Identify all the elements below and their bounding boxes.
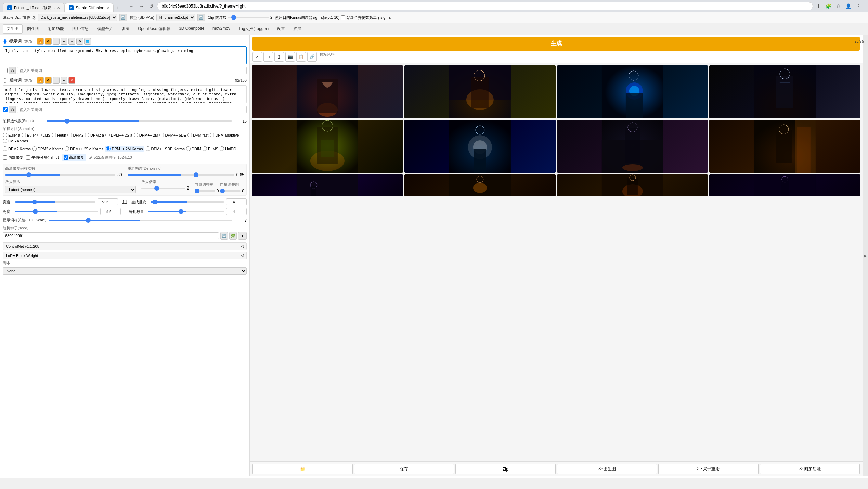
sampler-dpmpp5de[interactable]: DPM++ 5DE (159, 133, 186, 137)
tab-settings[interactable]: 设置 (273, 24, 289, 34)
sampler-euler[interactable]: Euler (22, 133, 36, 137)
vae-select[interactable]: kl-f8-anime2.ckpt (156, 14, 195, 21)
seed-extra-btn[interactable]: ▼ (238, 232, 247, 240)
image-cell-9[interactable] (252, 174, 403, 196)
action-link[interactable]: 🔗 (307, 52, 317, 62)
link-icon[interactable]: 11 (121, 198, 129, 205)
batch-size-slider[interactable] (148, 211, 224, 212)
side-handle[interactable]: ▶ (863, 35, 868, 476)
positive-tool-1[interactable]: ↑ (53, 38, 60, 45)
tab-extras[interactable]: 附加功能 (44, 24, 68, 34)
sampler-dpm2akarras[interactable]: DPM2 a Karras (32, 146, 63, 152)
generate-button[interactable]: 生成 (252, 37, 860, 51)
positive-tool-4[interactable]: ⚙ (76, 38, 83, 45)
hires-steps-slider[interactable] (5, 174, 115, 176)
image-cell-1[interactable] (252, 65, 403, 118)
restore-faces-checkbox[interactable] (3, 155, 7, 160)
tab-close-2[interactable]: ✕ (106, 6, 109, 10)
lora-row[interactable]: LoRA Block Weight ◁ (3, 252, 247, 259)
bookmark-btn[interactable]: ☆ (834, 3, 842, 10)
tiling-checkbox[interactable] (26, 155, 30, 160)
keyword-icon-positive[interactable]: ⬡ (9, 67, 16, 74)
positive-tool-3[interactable]: ★ (68, 38, 75, 45)
vae-refresh-btn[interactable]: 🔄 (197, 14, 205, 21)
sampler-dpm2a[interactable]: DPM2 a (85, 133, 104, 137)
tab-merge[interactable]: 模型合并 (93, 24, 117, 34)
image-cell-12[interactable] (709, 174, 860, 196)
positive-tool-orange1[interactable]: 🔥 (37, 38, 44, 45)
upscaler-select[interactable]: Latent (nearest) (5, 186, 136, 193)
image-cell-2[interactable] (404, 65, 556, 118)
forward-btn[interactable]: → (137, 3, 145, 10)
sampler-unipc[interactable]: UniPC (220, 146, 236, 152)
height-input[interactable] (100, 208, 121, 215)
sampler-dpmpp2m[interactable]: DPM++ 2M (134, 133, 158, 137)
tab-active[interactable]: S Stable Diffusion ✕ (64, 3, 114, 12)
sigma-checkbox[interactable] (341, 15, 345, 20)
extensions-btn[interactable]: 🧩 (824, 3, 833, 10)
tab-pnginfo[interactable]: 图片信息 (68, 24, 92, 34)
restore-faces-option[interactable]: 局部修复 (3, 155, 23, 160)
controlnet-row[interactable]: ControlNet v1.1.208 ◁ (3, 242, 247, 250)
clip-slider[interactable] (228, 17, 269, 18)
negative-radio[interactable] (3, 78, 7, 83)
send-img2img-btn[interactable]: >> 图生图 (557, 464, 657, 474)
noise-a-slider[interactable] (195, 190, 215, 192)
tab-close-1[interactable]: ✕ (57, 6, 60, 10)
width-input[interactable] (98, 198, 118, 205)
tab-img2img[interactable]: 图生图 (23, 24, 43, 34)
image-cell-7[interactable] (557, 120, 708, 173)
seed-input[interactable] (3, 232, 219, 239)
negative-prompt-textarea[interactable]: multiple girls, lowres, text, error, mis… (3, 85, 247, 103)
sampler-adaptive[interactable]: DPM adaptive (210, 133, 239, 137)
keyword-input-negative[interactable] (17, 106, 247, 113)
sampler-dpmpp25akarras[interactable]: DPM++ 25 a Karras (65, 146, 103, 152)
folder-btn[interactable]: 📁 (252, 464, 353, 474)
sampler-dpmfast[interactable]: DPM fast (187, 133, 208, 137)
sampler-lms[interactable]: LMS (37, 133, 51, 137)
negative-tool-2[interactable]: A (61, 77, 67, 84)
new-tab-button[interactable]: + (114, 3, 122, 12)
batch-count-slider[interactable] (151, 201, 224, 203)
noise-b-slider[interactable] (220, 190, 241, 192)
image-cell-10[interactable] (404, 174, 556, 196)
height-slider[interactable] (15, 211, 98, 212)
back-btn[interactable]: ← (127, 3, 135, 10)
address-bar[interactable] (157, 2, 813, 10)
tab-txt2img[interactable]: 文生图 (3, 24, 23, 34)
sampler-heun[interactable]: Heun (52, 133, 66, 137)
model-refresh-btn[interactable]: 🔄 (119, 14, 127, 21)
tab-inactive[interactable]: S Estable_diffusion/修复炼炉/版 ✕ (3, 3, 64, 12)
tab-train[interactable]: 训练 (118, 24, 133, 34)
keyword-input-positive[interactable] (17, 67, 247, 74)
script-select[interactable]: None (3, 267, 247, 275)
sampler-ddim[interactable]: DDIM (186, 146, 201, 152)
keyword-icon-negative[interactable]: ⬡ (9, 106, 16, 113)
hires-checkbox[interactable] (64, 155, 68, 160)
send-inpaint-btn[interactable]: >> 局部重绘 (658, 464, 759, 474)
action-clipboard[interactable]: 📋 (296, 52, 306, 62)
reload-btn[interactable]: ↺ (147, 3, 155, 10)
action-trash[interactable]: 🗑 (274, 52, 284, 62)
tab-extensions[interactable]: 扩展 (289, 24, 305, 34)
image-cell-11[interactable] (557, 174, 708, 196)
image-cell-4[interactable] (709, 65, 860, 118)
sampler-plms[interactable]: PLMS (203, 146, 218, 152)
keyword-checkbox-positive[interactable] (3, 68, 8, 73)
denoising-slider[interactable] (128, 174, 234, 176)
positive-tool-2[interactable]: A (61, 38, 67, 45)
image-cell-5[interactable] (252, 120, 403, 173)
sampler-dpmpp2sa[interactable]: DPM++ 2S a (105, 133, 132, 137)
upscale-ratio-slider[interactable] (141, 188, 185, 189)
positive-tool-5[interactable]: 🌐 (84, 38, 91, 45)
zip-btn[interactable]: Zip (455, 464, 556, 474)
send-extras-btn[interactable]: >> 附加功能 (760, 464, 860, 474)
keyword-checkbox-negative[interactable] (3, 107, 8, 112)
steps-slider[interactable] (47, 120, 232, 122)
image-cell-8[interactable] (709, 120, 860, 173)
action-square[interactable]: □ (263, 52, 273, 62)
seed-random-btn[interactable]: 🌿 (229, 232, 237, 240)
seed-refresh-btn[interactable]: 🔄 (220, 232, 228, 240)
sampler-lmskarras[interactable]: LMS Karras (3, 139, 28, 143)
cfg-slider[interactable] (49, 220, 232, 221)
